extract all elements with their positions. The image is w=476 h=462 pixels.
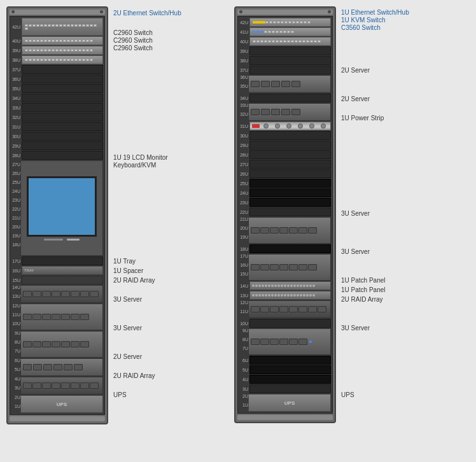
label-right-server-1: 2U Server <box>341 66 370 75</box>
label-left-server-2: 3U Server <box>113 324 142 333</box>
rack-right-inner: 42U 41U <box>237 16 333 414</box>
diagram-container: 42U 40U <box>6 6 470 424</box>
label-left-server-3: 2U Server <box>113 353 142 361</box>
rack-left: 42U 40U <box>6 6 108 424</box>
label-2u-ethernet-switch: 2U Ethernet Switch/Hub <box>113 9 181 18</box>
label-right-server-4: 3U Server <box>341 248 370 256</box>
left-rack-section: 42U 40U <box>6 6 221 424</box>
label-patch-panel-1: 1U Patch Panel <box>341 276 386 285</box>
label-left-ups: UPS <box>113 391 127 400</box>
label-right-raid: 2U RAID Array <box>341 295 383 304</box>
label-patch-panel-2: 1U Patch Panel <box>341 286 386 295</box>
left-rack-labels: 2U Ethernet Switch/Hub C2960 Switch C296… <box>113 6 221 410</box>
label-power-strip: 1U Power Strip <box>341 114 384 123</box>
rack-right: 42U 41U <box>234 6 336 423</box>
label-lcd-monitor: 1U 19 LCD Monitor Keyboard/KVM <box>113 154 168 169</box>
label-right-server-5: 3U Server <box>341 324 370 333</box>
label-spacer: 1U Spacer <box>113 267 143 276</box>
right-rack-section: 42U 41U <box>234 6 449 423</box>
label-right-server-3: 3U Server <box>341 209 370 218</box>
label-right-server-2: 2U Server <box>341 95 370 104</box>
label-c2960-switches: C2960 Switch C2960 Switch C2960 Switch <box>113 29 153 52</box>
label-left-raid-2: 2U RAID Array <box>113 372 155 381</box>
label-right-ups: UPS <box>341 391 354 400</box>
label-right-switches: 1U Ethernet Switch/Hub 1U KVM Switch C35… <box>341 9 409 32</box>
label-tray: 1U Tray <box>113 257 136 266</box>
label-left-raid-1: 2U RAID Array <box>113 276 155 285</box>
left-ups: UPS <box>20 395 103 413</box>
rack-left-inner: 42U 40U <box>10 16 105 415</box>
right-rack-labels: 1U Ethernet Switch/Hub 1U KVM Switch C35… <box>341 6 449 410</box>
label-left-server-1: 3U Server <box>113 295 142 304</box>
right-ups: UPS <box>248 394 331 412</box>
